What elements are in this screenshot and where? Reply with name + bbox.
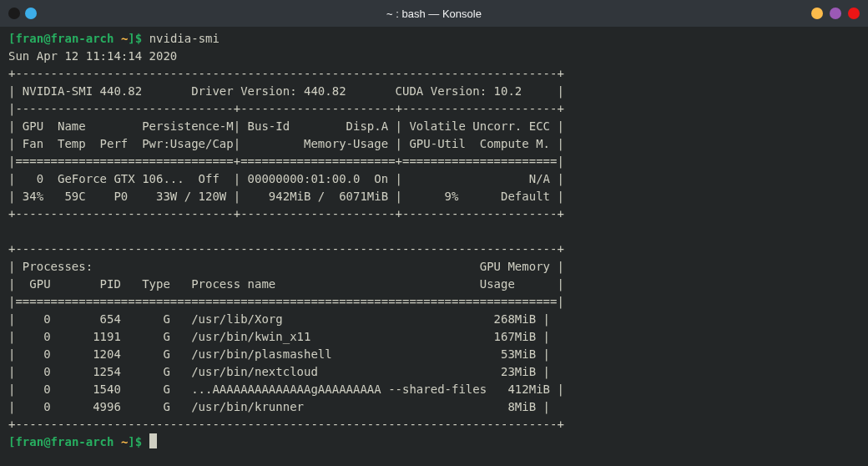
output-header: | NVIDIA-SMI 440.82 Driver Version: 440.… [8,84,564,98]
prompt-line-2: [fran@fran-arch ~]$ [8,435,142,448]
output-proc-border-top: +---------------------------------------… [8,242,564,256]
titlebar-left-icons [8,8,37,19]
command-text: nvidia-smi [149,32,220,45]
output-proc-header-1: | Processes: GPU Memory | [8,260,564,273]
maximize-button[interactable] [830,8,841,19]
output-blank [8,225,564,238]
output-proc-row-6: | 0 4996 G /usr/bin/krunner 8MiB | [8,400,550,413]
window-controls [811,8,860,19]
output-proc-border-bottom: +---------------------------------------… [8,418,564,431]
output-proc-row-2: | 0 1191 G /usr/bin/kwin_x11 167MiB | [8,330,550,343]
terminal-cursor [149,433,157,448]
window-title: ~ : bash — Konsole [386,8,482,20]
output-proc-row-1: | 0 654 G /usr/lib/Xorg 268MiB | [8,312,550,326]
output-eq-border: |===============================+=======… [8,154,564,168]
output-border: +---------------------------------------… [8,67,564,80]
output-proc-row-4: | 0 1254 G /usr/bin/nextcloud 23MiB | [8,365,550,378]
app-icon-active [25,8,37,19]
terminal-area[interactable]: [fran@fran-arch ~]$ nvidia-smi Sun Apr 1… [0,27,868,466]
output-proc-header-2: | GPU PID Type Process name Usage | [8,277,564,291]
output-proc-row-3: | 0 1204 G /usr/bin/plasmashell 53MiB | [8,347,550,361]
app-icon-dot [8,8,20,19]
output-col-headers-1: | GPU Name Persistence-M| Bus-Id Disp.A … [8,119,564,133]
output-col-headers-2: | Fan Temp Perf Pwr:Usage/Cap| Memory-Us… [8,137,564,150]
output-section-border: |-------------------------------+-------… [8,102,564,115]
prompt-line-1: [fran@fran-arch ~]$ [8,32,142,45]
titlebar: ~ : bash — Konsole [0,0,868,27]
output-timestamp: Sun Apr 12 11:14:14 2020 [8,49,177,63]
close-button[interactable] [848,8,860,19]
output-proc-eq-border: |=======================================… [8,295,564,308]
output-gpu-row-1: | 0 GeForce GTX 106... Off | 00000000:01… [8,172,564,185]
output-bottom-border: +-------------------------------+-------… [8,207,564,220]
output-gpu-row-2: | 34% 59C P0 33W / 120W | 942MiB / 6071M… [8,190,564,203]
minimize-button[interactable] [811,8,823,19]
output-proc-row-5: | 0 1540 G ...AAAAAAAAAAAAAAgAAAAAAAAA -… [8,382,564,396]
